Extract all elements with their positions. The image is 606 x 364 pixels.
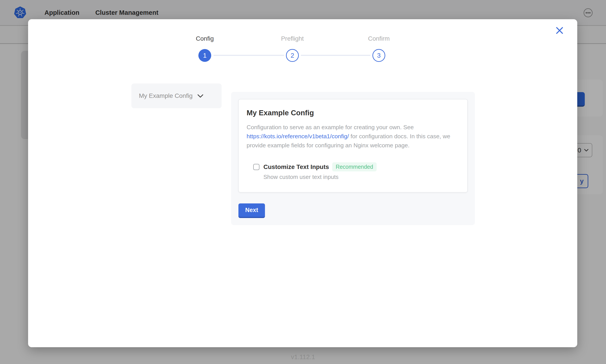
step-circle-1: 1 — [198, 49, 211, 62]
config-docs-link[interactable]: https://kots.io/reference/v1beta1/config… — [247, 133, 349, 140]
config-panel: My Example Config Configuration to serve… — [231, 92, 475, 225]
stepper-connector — [301, 55, 371, 56]
step-circle-3: 3 — [372, 49, 385, 62]
customize-text-inputs-row: Customize Text Inputs Recommended — [253, 162, 459, 171]
step-label-confirm: Confirm — [346, 35, 412, 42]
description-text: Configuration to serve as an example for… — [247, 124, 414, 130]
config-section-description: Configuration to serve as an example for… — [247, 123, 457, 150]
customize-text-inputs-checkbox[interactable] — [253, 164, 260, 170]
recommended-badge: Recommended — [332, 162, 377, 171]
close-icon[interactable] — [555, 26, 564, 35]
step-circle-2: 2 — [286, 49, 299, 62]
next-button[interactable]: Next — [238, 203, 265, 218]
config-wizard-modal: Config Preflight Confirm 1 2 3 My Exampl… — [28, 19, 577, 347]
stepper-connector — [213, 55, 284, 56]
config-group-dropdown[interactable]: My Example Config — [131, 83, 222, 108]
screen: Application Cluster Management 0 y v1.11… — [0, 0, 606, 364]
config-group-dropdown-label: My Example Config — [139, 92, 193, 99]
chevron-down-icon — [197, 94, 204, 98]
checkbox-label[interactable]: Customize Text Inputs — [263, 163, 329, 170]
step-label-config: Config — [172, 35, 238, 42]
config-card: My Example Config Configuration to serve… — [238, 99, 468, 193]
step-label-preflight: Preflight — [259, 35, 326, 42]
checkbox-help-text: Show custom user text inputs — [263, 174, 459, 181]
config-section-title: My Example Config — [247, 109, 459, 117]
